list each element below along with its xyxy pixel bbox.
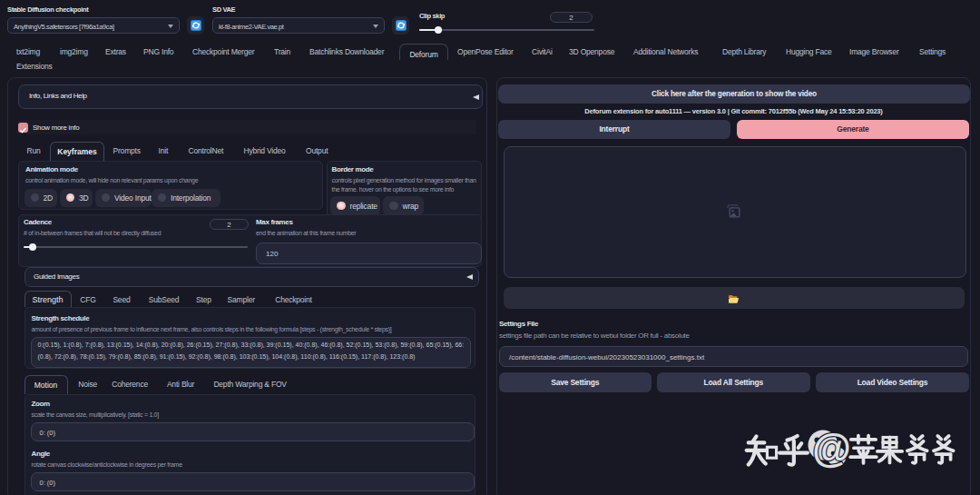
svg-text:@: @ bbox=[812, 426, 851, 470]
